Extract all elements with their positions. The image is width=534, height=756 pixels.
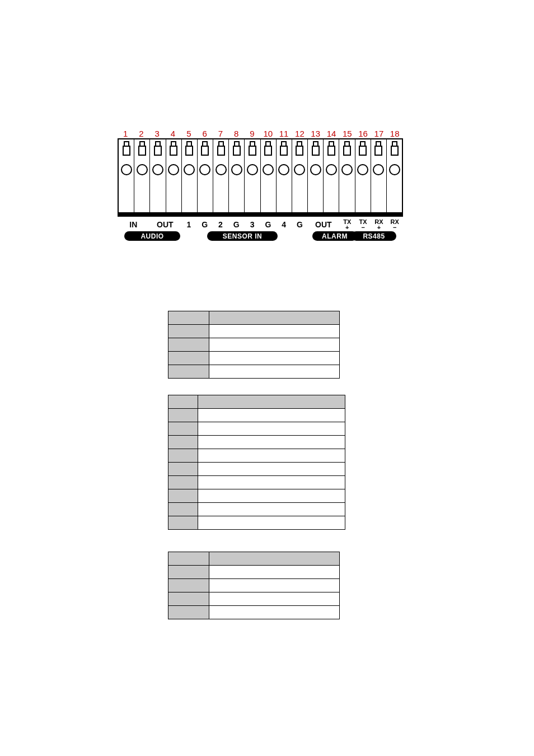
pin-number: 10 bbox=[260, 129, 276, 138]
terminal-body bbox=[119, 179, 134, 212]
pin-label: 4 bbox=[276, 218, 292, 230]
terminal-screw bbox=[166, 139, 181, 161]
terminal-hole bbox=[323, 161, 339, 179]
terminal-screw bbox=[276, 139, 292, 161]
pin-label: RX+ bbox=[371, 218, 387, 230]
pin-number: 18 bbox=[387, 129, 402, 138]
pin-label: OUT bbox=[308, 218, 340, 230]
table-header-cell bbox=[198, 395, 345, 409]
table-cell bbox=[198, 476, 345, 489]
table-cell bbox=[198, 409, 345, 422]
pin-number: 5 bbox=[181, 129, 196, 138]
terminal-hole bbox=[244, 161, 260, 179]
terminal-body bbox=[244, 179, 260, 212]
table-cell bbox=[209, 592, 340, 606]
table-header-cell bbox=[168, 552, 209, 566]
table-cell bbox=[209, 606, 340, 619]
terminal-body bbox=[355, 179, 371, 212]
terminal-body bbox=[228, 179, 244, 212]
pin-number: 16 bbox=[355, 129, 371, 138]
terminal-body bbox=[323, 179, 339, 212]
pin-label: 2 bbox=[213, 218, 228, 230]
pin-number: 12 bbox=[292, 129, 307, 138]
group-label: SENSOR IN bbox=[207, 231, 278, 241]
terminal-screw bbox=[119, 139, 134, 161]
terminal-screw bbox=[260, 139, 276, 161]
pin-number: 14 bbox=[324, 129, 339, 138]
terminal-block bbox=[118, 138, 403, 217]
pin-label: G bbox=[260, 218, 276, 230]
table-header-cell bbox=[168, 395, 198, 409]
pin-label: 1 bbox=[181, 218, 196, 230]
terminal-screw bbox=[181, 139, 197, 161]
table-cell bbox=[198, 422, 345, 436]
terminal-hole bbox=[371, 161, 386, 179]
pin-label: RX− bbox=[387, 218, 402, 230]
table-header-cell bbox=[209, 311, 340, 325]
terminal-hole bbox=[181, 161, 197, 179]
table-cell bbox=[168, 476, 198, 489]
pin-number: 4 bbox=[165, 129, 181, 138]
table-cell bbox=[209, 352, 340, 365]
table-cell bbox=[168, 436, 198, 449]
terminal-block-diagram: 123456789101112131415161718 INOUT1G2G3G4… bbox=[118, 129, 403, 242]
pin-label: IN bbox=[118, 218, 149, 230]
terminal-hole bbox=[292, 161, 307, 179]
terminal-hole bbox=[260, 161, 276, 179]
pin-number: 8 bbox=[228, 129, 244, 138]
terminal-hole bbox=[386, 161, 402, 179]
pin-number: 15 bbox=[339, 129, 355, 138]
table-cell bbox=[209, 579, 340, 592]
table-header-cell bbox=[209, 552, 340, 566]
table-cell bbox=[168, 352, 209, 365]
terminal-body bbox=[213, 179, 228, 212]
pin-number: 1 bbox=[118, 129, 133, 138]
terminal-screw bbox=[323, 139, 339, 161]
table-cell bbox=[168, 579, 209, 592]
pin-label: 3 bbox=[244, 218, 260, 230]
table-cell bbox=[209, 325, 340, 338]
terminal-hole bbox=[166, 161, 181, 179]
terminal-body bbox=[386, 179, 402, 212]
table-1 bbox=[168, 311, 340, 379]
pin-label: G bbox=[292, 218, 307, 230]
terminal-hole bbox=[339, 161, 354, 179]
table-cell bbox=[198, 503, 345, 516]
pin-number: 13 bbox=[308, 129, 324, 138]
table-cell bbox=[168, 338, 209, 352]
terminal-body bbox=[149, 179, 165, 212]
table-3 bbox=[168, 552, 340, 619]
table-header-cell bbox=[168, 311, 209, 325]
pin-number: 17 bbox=[371, 129, 387, 138]
terminal-screw bbox=[292, 139, 307, 161]
terminal-body bbox=[371, 179, 386, 212]
pin-label: OUT bbox=[149, 218, 181, 230]
table-cell bbox=[168, 516, 198, 530]
table-cell bbox=[168, 503, 198, 516]
terminal-screw bbox=[197, 139, 213, 161]
terminal-body bbox=[260, 179, 276, 212]
terminal-screw bbox=[244, 139, 260, 161]
table-cell bbox=[168, 449, 198, 463]
table-cell bbox=[198, 463, 345, 476]
table-cell bbox=[198, 516, 345, 530]
table-cell bbox=[209, 365, 340, 379]
terminal-hole bbox=[355, 161, 371, 179]
pin-number: 11 bbox=[276, 129, 292, 138]
terminal-hole bbox=[134, 161, 149, 179]
terminal-hole bbox=[276, 161, 292, 179]
terminal-body bbox=[292, 179, 307, 212]
terminal-screw bbox=[386, 139, 402, 161]
terminal-screw bbox=[307, 139, 323, 161]
terminal-body bbox=[339, 179, 354, 212]
table-cell bbox=[198, 436, 345, 449]
terminal-hole bbox=[307, 161, 323, 179]
table-cell bbox=[168, 489, 198, 503]
terminal-body bbox=[181, 179, 197, 212]
table-cell bbox=[168, 606, 209, 619]
terminal-screw bbox=[134, 139, 149, 161]
terminal-hole bbox=[197, 161, 213, 179]
pin-label: G bbox=[196, 218, 212, 230]
pin-label: TX− bbox=[355, 218, 371, 230]
table-2 bbox=[168, 395, 345, 530]
